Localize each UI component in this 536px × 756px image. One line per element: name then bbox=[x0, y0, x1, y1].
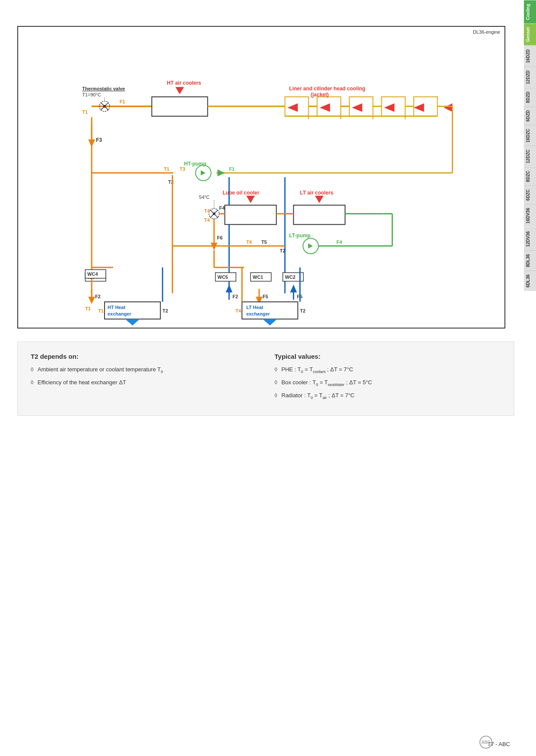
svg-marker-50 bbox=[218, 169, 225, 176]
svg-text:WC4: WC4 bbox=[87, 271, 98, 277]
svg-text:F1: F1 bbox=[229, 166, 235, 172]
svg-text:F2: F2 bbox=[232, 294, 238, 299]
sidebar-tab-16dzc[interactable]: 16DZC bbox=[524, 125, 536, 146]
sidebar-tab-12dzc[interactable]: 12DZC bbox=[524, 146, 536, 167]
sidebar: Cooling Genset 16DZD 12DZD 8DZD 6DZD 16D… bbox=[522, 0, 536, 756]
svg-text:LT Heat: LT Heat bbox=[246, 305, 263, 310]
right-title: Typical values: bbox=[275, 353, 501, 360]
diagram-engine-label: DL36-engine bbox=[473, 29, 500, 35]
info-col-right: Typical values: PHE : T0 = Tcoolant ; ΔT… bbox=[275, 353, 501, 405]
svg-marker-108 bbox=[290, 285, 297, 293]
sidebar-tab-12dv36[interactable]: 12DV36 bbox=[524, 227, 536, 250]
svg-marker-70 bbox=[315, 196, 324, 203]
sidebar-tab-16dzd[interactable]: 16DZD bbox=[524, 45, 536, 67]
svg-text:T4: T4 bbox=[204, 217, 210, 223]
sidebar-tab-genset[interactable]: Genset bbox=[524, 23, 536, 45]
svg-text:WC5: WC5 bbox=[218, 274, 228, 280]
svg-text:HT Heat: HT Heat bbox=[108, 305, 126, 310]
list-item: Box cooler : T0 = TseaWater ; ΔT = 5°C bbox=[275, 378, 501, 388]
svg-text:T2: T2 bbox=[280, 248, 285, 253]
svg-marker-67 bbox=[246, 196, 255, 203]
sidebar-tab-8dzd[interactable]: 8DZD bbox=[524, 88, 536, 106]
svg-text:F4: F4 bbox=[219, 205, 225, 211]
svg-rect-69 bbox=[294, 205, 345, 225]
svg-text:T2: T2 bbox=[162, 308, 168, 313]
svg-text:HT-pump: HT-pump bbox=[184, 161, 206, 167]
svg-marker-115 bbox=[125, 319, 140, 325]
svg-rect-66 bbox=[225, 205, 276, 225]
list-item: Ambient air temperature or coolant tempe… bbox=[31, 365, 257, 375]
svg-text:LT-pump: LT-pump bbox=[289, 233, 311, 239]
sidebar-tab-16dv36[interactable]: 16DV36 bbox=[524, 204, 536, 227]
svg-text:WC2: WC2 bbox=[285, 274, 295, 280]
svg-text:F4: F4 bbox=[336, 239, 343, 245]
list-item: Radiator : T0 = Tair ; ΔT = 7°C bbox=[275, 391, 501, 401]
list-item: PHE : T0 = Tcoolant ; ΔT = 7°C bbox=[275, 365, 501, 375]
svg-marker-31 bbox=[444, 103, 453, 112]
svg-marker-121 bbox=[263, 319, 277, 325]
svg-text:T2: T2 bbox=[300, 308, 305, 313]
info-col-left: T2 depends on: Ambient air temperature o… bbox=[31, 353, 257, 405]
main-content: DL36-engine F3 T1 F1 bbox=[17, 26, 514, 416]
svg-marker-102 bbox=[225, 285, 232, 293]
right-list: PHE : T0 = Tcoolant ; ΔT = 7°C Box coole… bbox=[275, 365, 501, 401]
svg-marker-7 bbox=[88, 140, 95, 147]
svg-text:Liner and cilinder head coolin: Liner and cilinder head cooling bbox=[289, 86, 365, 92]
svg-text:exchanger: exchanger bbox=[246, 311, 270, 316]
svg-text:T4: T4 bbox=[246, 239, 252, 245]
svg-text:T3: T3 bbox=[180, 166, 185, 172]
sidebar-tab-8dzc[interactable]: 8DZC bbox=[524, 167, 536, 185]
sidebar-tab-6dl36[interactable]: 6DL36 bbox=[524, 271, 536, 291]
svg-text:Lube oil cooler: Lube oil cooler bbox=[223, 190, 260, 196]
diagram-container: DL36-engine F3 T1 F1 bbox=[17, 26, 505, 329]
left-list: Ambient air temperature or coolant tempe… bbox=[31, 365, 257, 387]
svg-text:exchanger: exchanger bbox=[108, 311, 131, 316]
sidebar-tab-6dzc[interactable]: 6DZC bbox=[524, 185, 536, 204]
svg-text:T1: T1 bbox=[82, 109, 88, 115]
svg-text:T5: T5 bbox=[261, 239, 267, 245]
svg-text:54°C: 54°C bbox=[199, 195, 210, 200]
svg-text:F1: F1 bbox=[120, 99, 125, 104]
svg-text:T1: T1 bbox=[98, 308, 104, 313]
svg-text:Thermostatic valve: Thermostatic valve bbox=[82, 86, 125, 91]
logo: ABC bbox=[479, 735, 493, 749]
svg-text:T1=90°C: T1=90°C bbox=[82, 92, 101, 97]
svg-text:LT air coolers: LT air coolers bbox=[300, 190, 333, 196]
cooling-diagram: F3 T1 F1 Thermostatic valve T1=90°C HT a… bbox=[18, 27, 504, 328]
info-box: T2 depends on: Ambient air temperature o… bbox=[17, 341, 514, 416]
svg-text:(jacket): (jacket) bbox=[311, 92, 329, 98]
svg-text:F2: F2 bbox=[95, 294, 101, 299]
left-title: T2 depends on: bbox=[31, 353, 257, 360]
svg-text:T4: T4 bbox=[204, 208, 210, 214]
svg-text:T1: T1 bbox=[164, 166, 169, 172]
svg-text:HT air coolers: HT air coolers bbox=[167, 80, 201, 86]
svg-text:F5: F5 bbox=[263, 294, 268, 299]
svg-marker-19 bbox=[175, 87, 184, 94]
svg-text:T1: T1 bbox=[85, 306, 91, 311]
svg-text:T4: T4 bbox=[235, 308, 241, 313]
svg-text:WC1: WC1 bbox=[253, 274, 263, 280]
sidebar-tab-8dl36[interactable]: 8DL36 bbox=[524, 250, 536, 271]
svg-text:F3: F3 bbox=[96, 137, 102, 143]
svg-rect-18 bbox=[152, 97, 207, 116]
svg-text:F6: F6 bbox=[217, 235, 223, 240]
sidebar-tab-6dzd[interactable]: 6DZD bbox=[524, 106, 536, 125]
sidebar-tab-12dzd[interactable]: 12DZD bbox=[524, 67, 536, 88]
svg-text:ABC: ABC bbox=[482, 740, 491, 745]
sidebar-tab-cooling[interactable]: Cooling bbox=[524, 0, 536, 23]
list-item: Efficiency of the heat exchanger ΔT bbox=[31, 378, 257, 387]
